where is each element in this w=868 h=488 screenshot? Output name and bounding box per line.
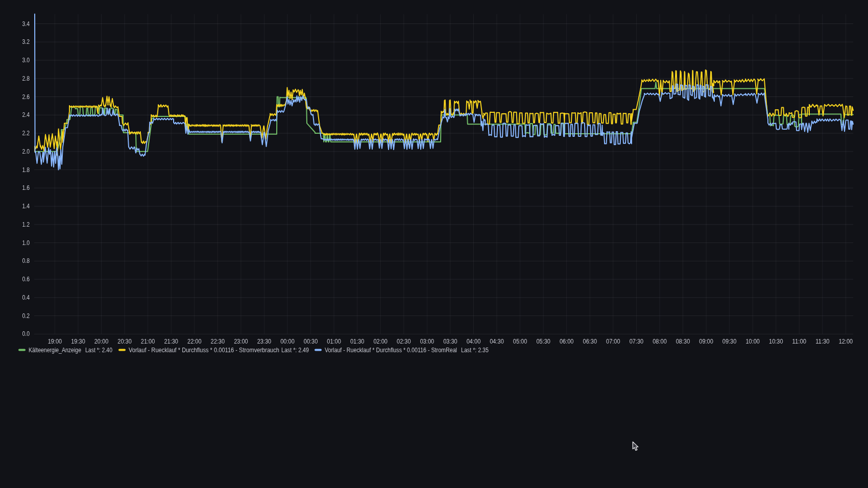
svg-text:2.4: 2.4 — [22, 111, 30, 118]
svg-text:04:30: 04:30 — [490, 338, 504, 345]
svg-text:0.4: 0.4 — [22, 294, 30, 301]
svg-text:19:30: 19:30 — [71, 338, 85, 345]
svg-text:22:00: 22:00 — [187, 338, 202, 345]
svg-text:20:30: 20:30 — [117, 338, 132, 345]
svg-text:04:00: 04:00 — [467, 338, 481, 345]
svg-text:10:00: 10:00 — [745, 338, 760, 345]
svg-text:Vorlauf - Ruecklauf * Durchflu: Vorlauf - Ruecklauf * Durchfluss * 0.001… — [129, 347, 279, 354]
svg-text:00:00: 00:00 — [280, 338, 295, 345]
svg-text:1.0: 1.0 — [22, 239, 30, 247]
svg-text:10:30: 10:30 — [769, 338, 783, 345]
svg-text:3.2: 3.2 — [22, 38, 30, 45]
svg-text:23:00: 23:00 — [234, 338, 248, 345]
svg-text:07:00: 07:00 — [606, 338, 620, 345]
svg-text:08:00: 08:00 — [653, 338, 667, 345]
svg-text:22:30: 22:30 — [211, 338, 225, 345]
svg-text:03:00: 03:00 — [420, 338, 435, 345]
svg-text:01:30: 01:30 — [350, 338, 365, 345]
svg-text:07:30: 07:30 — [630, 338, 644, 345]
svg-text:03:30: 03:30 — [443, 338, 457, 345]
svg-text:21:00: 21:00 — [141, 338, 155, 345]
svg-text:2.6: 2.6 — [22, 93, 30, 101]
svg-text:05:00: 05:00 — [513, 338, 527, 345]
svg-text:0.0: 0.0 — [22, 330, 30, 337]
svg-text:1.8: 1.8 — [22, 166, 30, 174]
svg-text:23:30: 23:30 — [257, 338, 272, 345]
svg-text:20:00: 20:00 — [94, 338, 109, 345]
svg-text:08:30: 08:30 — [676, 338, 690, 345]
svg-text:0.6: 0.6 — [22, 276, 30, 283]
svg-text:1.4: 1.4 — [22, 203, 30, 210]
svg-text:3.0: 3.0 — [22, 57, 30, 64]
svg-text:Last *: 2.35: Last *: 2.35 — [461, 347, 489, 354]
svg-text:02:30: 02:30 — [397, 338, 411, 345]
svg-text:12:00: 12:00 — [839, 338, 853, 345]
svg-text:06:30: 06:30 — [583, 338, 597, 345]
svg-text:02:00: 02:00 — [373, 338, 388, 345]
svg-text:09:00: 09:00 — [699, 338, 713, 345]
svg-text:Kälteenergie_Anzeige: Kälteenergie_Anzeige — [29, 347, 81, 354]
svg-text:0.8: 0.8 — [22, 257, 30, 264]
svg-text:06:00: 06:00 — [560, 338, 574, 345]
svg-text:09:30: 09:30 — [722, 338, 737, 345]
svg-text:3.4: 3.4 — [22, 20, 30, 28]
svg-text:00:30: 00:30 — [304, 338, 318, 345]
svg-text:1.2: 1.2 — [22, 221, 30, 228]
svg-text:0.2: 0.2 — [22, 312, 30, 320]
svg-text:Vorlauf - Ruecklauf * Durchflu: Vorlauf - Ruecklauf * Durchfluss * 0.001… — [325, 347, 457, 354]
svg-text:11:30: 11:30 — [815, 338, 830, 345]
svg-text:Last *: 2.40: Last *: 2.40 — [85, 347, 112, 354]
svg-text:19:00: 19:00 — [48, 338, 62, 345]
svg-text:2.8: 2.8 — [22, 75, 30, 82]
svg-text:05:30: 05:30 — [536, 338, 550, 345]
svg-text:01:00: 01:00 — [327, 338, 341, 345]
svg-text:2.0: 2.0 — [22, 148, 30, 155]
svg-text:1.6: 1.6 — [22, 184, 30, 191]
svg-text:21:30: 21:30 — [164, 338, 178, 345]
svg-text:Last *: 2.49: Last *: 2.49 — [281, 347, 309, 354]
svg-text:11:00: 11:00 — [792, 338, 807, 345]
svg-text:2.2: 2.2 — [22, 130, 30, 137]
